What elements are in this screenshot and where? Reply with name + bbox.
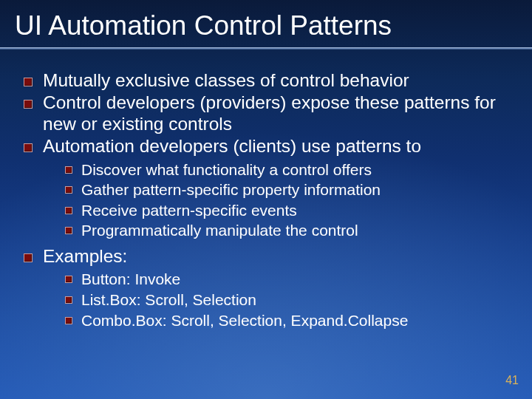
list-item: Combo.Box: Scroll, Selection, Expand.Col… [64, 311, 510, 330]
list-item: Gather pattern-specific property informa… [64, 180, 510, 200]
list-item: Automation developers (clients) use patt… [22, 136, 510, 240]
sub-bullet-list: Button: Invoke List.Box: Scroll, Selecti… [64, 270, 510, 330]
list-item: Programmatically manipulate the control [64, 221, 510, 240]
list-item: Discover what functionality a control of… [64, 160, 510, 180]
slide: UI Automation Control Patterns Mutually … [0, 0, 532, 399]
page-number: 41 [505, 374, 519, 387]
list-item: Button: Invoke [64, 270, 510, 289]
bullet-list: Mutually exclusive classes of control be… [22, 70, 510, 330]
list-item: Examples: Button: Invoke List.Box: Scrol… [22, 246, 510, 330]
list-item: Control developers (providers) expose th… [22, 92, 510, 134]
list-item: Receive pattern-specific events [64, 201, 510, 220]
slide-body: Mutually exclusive classes of control be… [0, 50, 532, 330]
list-item: List.Box: Scroll, Selection [64, 290, 510, 310]
sub-bullet-list: Discover what functionality a control of… [64, 160, 510, 240]
list-item-text: Automation developers (clients) use patt… [43, 136, 421, 156]
list-item: Mutually exclusive classes of control be… [22, 70, 510, 91]
slide-title: UI Automation Control Patterns [0, 0, 532, 44]
list-item-text: Examples: [43, 246, 127, 266]
